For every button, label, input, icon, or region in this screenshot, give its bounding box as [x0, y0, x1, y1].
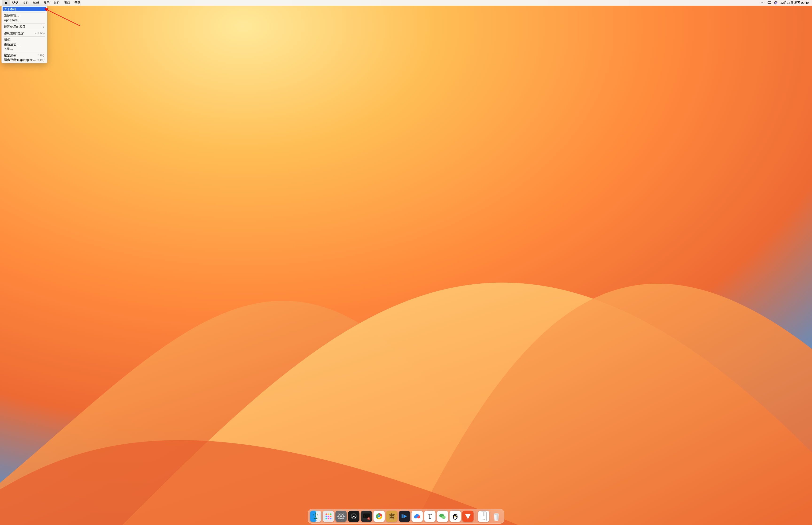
menu-recent-items[interactable]: 最近使用的项目 [2, 25, 47, 29]
menu-item-label: 退出登录“liuguanglei”… [4, 58, 36, 62]
svg-rect-15 [326, 513, 327, 515]
dock: >_M 書 T ZIP [308, 509, 504, 524]
dock-app-qq[interactable] [450, 511, 461, 522]
svg-point-37 [353, 515, 354, 517]
menu-item-label: 重新启动… [4, 42, 19, 46]
desktop-wallpaper [0, 0, 812, 525]
status-display-icon[interactable] [768, 0, 771, 6]
svg-point-67 [454, 515, 455, 516]
dock-file-zip[interactable]: ZIP [478, 511, 489, 522]
menu-system-settings[interactable]: 系统设置… [2, 13, 47, 18]
menu-item-label: 系统设置… [4, 14, 19, 18]
svg-rect-72 [483, 512, 485, 516]
finder-icon [311, 512, 321, 521]
dock-app-system-settings[interactable] [336, 511, 347, 522]
svg-point-2 [761, 2, 762, 3]
svg-rect-21 [326, 518, 327, 519]
text-t-icon: T [428, 512, 432, 520]
dock-app-wps[interactable] [462, 511, 474, 522]
menu-sleep[interactable]: 睡眠 [2, 38, 47, 42]
menu-view[interactable]: 显示 [41, 0, 52, 6]
menubar: 访达 文件 编辑 显示 前往 窗口 帮助 12月23日 周五 09:49 [0, 0, 812, 6]
menu-separator [3, 12, 45, 13]
svg-rect-19 [328, 515, 330, 517]
apple-dropdown-menu: 关于本机 系统设置… App Store… 最近使用的项目 强制退出“访达” ⌥… [1, 6, 47, 63]
svg-text:ZIP: ZIP [482, 519, 485, 520]
svg-rect-6 [769, 4, 770, 4]
menu-item-label: 关于本机 [4, 7, 16, 11]
svg-point-26 [340, 515, 342, 517]
menu-restart[interactable]: 重新启动… [2, 42, 47, 46]
menu-help[interactable]: 帮助 [72, 0, 83, 6]
dock-app-typora[interactable]: T [424, 511, 435, 522]
dock-trash[interactable] [491, 511, 502, 522]
menu-separator [3, 52, 45, 52]
menu-separator [3, 36, 45, 37]
menubar-datetime[interactable]: 12月23日 周五 09:49 [780, 0, 809, 6]
svg-point-7 [775, 1, 777, 4]
menu-item-shortcut: ⇧⌘Q [37, 58, 45, 62]
svg-point-4 [764, 2, 765, 3]
dock-app-chrome[interactable] [373, 511, 385, 522]
menu-item-label: App Store… [4, 18, 21, 22]
menu-go[interactable]: 前往 [52, 0, 62, 6]
menu-force-quit[interactable]: 强制退出“访达” ⌥⇧⌘⎋ [2, 31, 47, 35]
menu-item-label: 强制退出“访达” [4, 31, 25, 35]
menu-edit[interactable]: 编辑 [31, 0, 41, 6]
svg-point-69 [455, 516, 456, 517]
svg-point-57 [442, 515, 446, 519]
dock-app-iterm[interactable]: >_M [361, 511, 372, 522]
display-icon [768, 1, 771, 4]
menu-logout[interactable]: 退出登录“liuguanglei”… ⇧⌘Q [2, 58, 47, 62]
svg-point-59 [442, 515, 443, 515]
svg-point-12 [313, 514, 314, 515]
menu-item-shortcut: ⌥⇧⌘⎋ [34, 32, 45, 35]
dock-app-cleanmymac[interactable] [348, 511, 359, 522]
dock-app-launchpad[interactable] [323, 511, 334, 522]
trash-icon [492, 511, 501, 522]
menubar-left: 访达 文件 编辑 显示 前往 窗口 帮助 [2, 0, 83, 6]
dock-app-finder[interactable] [310, 511, 321, 522]
chrome-icon [374, 512, 384, 521]
menu-app-store[interactable]: App Store… [2, 18, 47, 22]
zip-file-icon: ZIP [479, 511, 489, 522]
svg-point-8 [775, 2, 777, 3]
svg-point-54 [416, 514, 419, 517]
menu-separator [3, 23, 45, 24]
svg-point-58 [441, 515, 441, 515]
svg-text:M: M [368, 518, 370, 520]
app-name-menu[interactable]: 访达 [10, 0, 21, 6]
menubar-right: 12月23日 周五 09:49 [761, 0, 810, 6]
status-more-icon[interactable] [761, 0, 765, 6]
svg-point-13 [318, 514, 318, 515]
status-siri-icon[interactable] [774, 0, 778, 6]
dock-app-wechat[interactable] [437, 511, 448, 522]
svg-text:>_: >_ [364, 515, 367, 517]
menu-file[interactable]: 文件 [21, 0, 31, 6]
dock-app-baidu-netdisk[interactable] [412, 511, 423, 522]
svg-point-61 [444, 517, 445, 517]
menu-item-label: 睡眠 [4, 38, 10, 42]
dock-separator [476, 511, 476, 522]
menu-window[interactable]: 窗口 [62, 0, 72, 6]
svg-rect-20 [330, 515, 332, 517]
svg-rect-23 [330, 518, 332, 519]
svg-rect-11 [316, 512, 321, 521]
svg-rect-18 [326, 515, 327, 517]
dock-app-calligraphy[interactable]: 書 [386, 511, 398, 522]
menu-item-shortcut: ⌃⌘Q [37, 54, 45, 57]
menu-lock-screen[interactable]: 锁定屏幕 ⌃⌘Q [2, 53, 47, 58]
svg-point-46 [378, 515, 380, 518]
menu-shutdown[interactable]: 关机… [2, 46, 47, 51]
svg-rect-22 [328, 518, 330, 519]
dock-app-video-player[interactable] [399, 511, 410, 522]
menu-about-this-mac[interactable]: 关于本机 [3, 7, 46, 11]
terminal-icon: >_M [362, 512, 371, 521]
svg-point-74 [494, 513, 499, 515]
wps-icon [463, 512, 473, 521]
svg-text:書: 書 [388, 513, 395, 520]
apple-menu-button[interactable] [2, 0, 10, 6]
svg-point-68 [456, 515, 456, 516]
play-icon [400, 512, 409, 521]
svg-rect-50 [402, 514, 403, 518]
